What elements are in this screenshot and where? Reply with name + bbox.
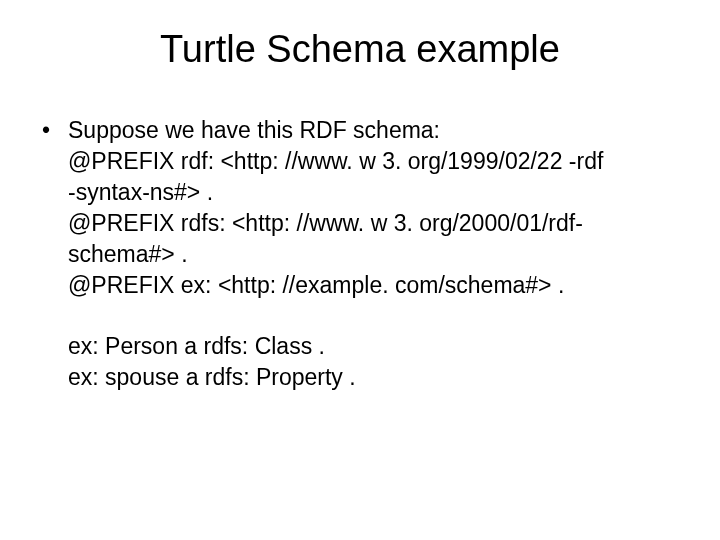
code-line-3: @PREFIX rdfs: <http: //www. w 3. org/200… [40,208,680,239]
code-line-5: @PREFIX ex: <http: //example. com/schema… [40,270,680,301]
slide-body: • Suppose we have this RDF schema: @PREF… [40,115,680,393]
bullet-marker: • [40,115,68,146]
code-line-2: -syntax-ns#> . [40,177,680,208]
code-line-1: @PREFIX rdf: <http: //www. w 3. org/1999… [40,146,680,177]
code-line-6: ex: Person a rdfs: Class . [40,331,680,362]
slide-title: Turtle Schema example [40,28,680,71]
intro-text: Suppose we have this RDF schema: [68,115,680,146]
code-line-4: schema#> . [40,239,680,270]
bullet-item: • Suppose we have this RDF schema: [40,115,680,146]
blank-line [40,301,680,331]
code-line-7: ex: spouse a rdfs: Property . [40,362,680,393]
